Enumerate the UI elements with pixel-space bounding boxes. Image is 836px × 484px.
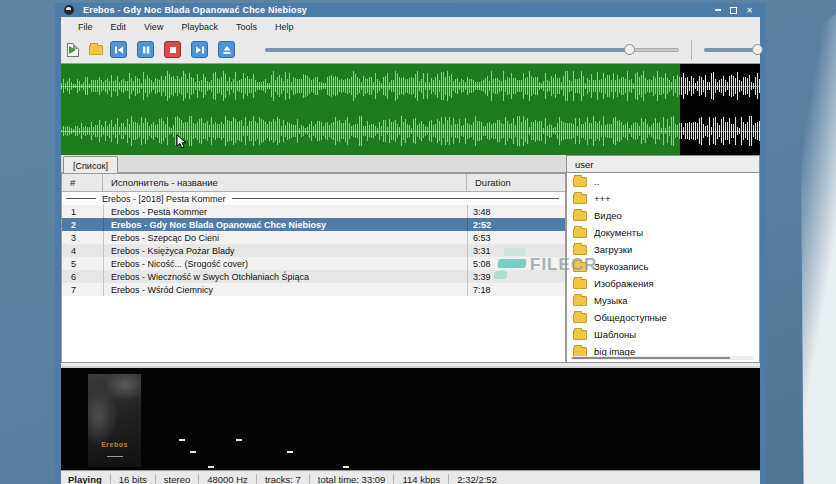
volume-slider[interactable] [704, 41, 762, 58]
folder-icon [573, 211, 587, 221]
album-group-row: Erebos - [2018] Pesta Kommer [62, 192, 565, 205]
folder-item[interactable]: .. [567, 173, 759, 190]
folder-icon [573, 245, 587, 255]
folder-item[interactable]: Звукозапись [567, 258, 759, 275]
close-button[interactable]: ✕ [745, 6, 754, 15]
track-title: Erebos - Szepcąc Do Cieni [103, 231, 467, 244]
folder-name: Документы [594, 227, 643, 238]
folder-item[interactable]: +++ [567, 190, 759, 207]
status-item: 2:32/2:52 [449, 474, 505, 484]
volume-handle[interactable] [752, 44, 763, 55]
track-number: 7 [62, 283, 103, 296]
menu-edit[interactable]: Edit [102, 20, 136, 34]
track-row[interactable]: 6 Erebos - Wieczność w Swych Otchłaniach… [62, 270, 565, 283]
menu-tools[interactable]: Tools [227, 20, 266, 34]
album-cover-title: Erebos [101, 441, 128, 448]
folder-item[interactable]: Общедоступные [567, 309, 759, 326]
folder-icon [573, 330, 587, 340]
seek-slider[interactable] [265, 41, 679, 58]
add-file-icon [67, 43, 79, 57]
spectrum-peak [190, 451, 196, 453]
menu-playback[interactable]: Playback [172, 20, 227, 34]
add-file-button[interactable] [64, 41, 81, 58]
playlist-header-row: # Исполнитель - название Duration [62, 174, 565, 192]
pause-button[interactable] [137, 41, 154, 58]
window-title: Erebos - Gdy Noc Blada Opanować Chce Nie… [83, 5, 307, 15]
stop-button[interactable] [164, 41, 181, 58]
folder-item[interactable]: Шаблоны [567, 326, 759, 343]
track-row[interactable]: 1 Erebos - Pesta Kommer 3:48 [62, 205, 565, 218]
folder-icon [573, 296, 587, 306]
track-title: Erebos - Księżyca Pożar Blady [103, 244, 467, 257]
folder-item[interactable]: Видео [567, 207, 759, 224]
folder-icon [573, 347, 587, 357]
track-title: Erebos - Nicość... (Srogość cover) [103, 257, 467, 270]
app-window: Erebos - Gdy Noc Blada Opanować Chce Nie… [55, 3, 766, 484]
playlist-panel: [Список] # Исполнитель - название Durati… [61, 155, 566, 363]
scrollbar-thumb[interactable] [572, 357, 730, 359]
track-row[interactable]: 5 Erebos - Nicość... (Srogość cover) 5:0… [62, 257, 565, 270]
file-browser-horizontal-scrollbar[interactable] [570, 356, 754, 360]
track-number: 2 [62, 218, 103, 231]
track-row[interactable]: 4 Erebos - Księżyca Pożar Blady 3:31 [62, 244, 565, 257]
menu-file[interactable]: File [69, 20, 102, 34]
column-header-artist-title[interactable]: Исполнитель - название [103, 174, 467, 191]
folder-item[interactable]: Документы [567, 224, 759, 241]
column-header-number[interactable]: # [62, 174, 103, 191]
track-number: 3 [62, 231, 103, 244]
folder-name: Видео [594, 210, 622, 221]
album-group-label: Erebos - [2018] Pesta Kommer [102, 194, 226, 204]
file-browser-panel: user .. +++ Видео Документы Загрузки Зву… [566, 155, 760, 363]
previous-track-button[interactable] [110, 41, 127, 58]
file-browser-header[interactable]: user [566, 155, 760, 173]
titlebar[interactable]: Erebos - Gdy Noc Blada Opanować Chce Nie… [55, 3, 766, 17]
app-icon [64, 5, 74, 15]
track-list: 1 Erebos - Pesta Kommer 3:48 2 Erebos - … [62, 205, 565, 296]
status-item: tracks: 7 [257, 474, 309, 484]
folder-item[interactable]: Музыка [567, 292, 759, 309]
folder-icon [573, 194, 587, 204]
track-row[interactable]: 2 Erebos - Gdy Noc Blada Opanować Chce N… [62, 218, 565, 231]
track-duration: 7:18 [467, 283, 565, 296]
seek-handle[interactable] [624, 44, 635, 55]
status-item: total time: 33:09 [310, 474, 394, 484]
folder-name: Шаблоны [594, 329, 636, 340]
folder-icon [573, 228, 587, 238]
spectrum-peak [208, 466, 214, 468]
menu-help[interactable]: Help [266, 20, 303, 34]
folder-icon [573, 177, 587, 187]
next-track-button[interactable] [191, 41, 208, 58]
eject-button[interactable] [218, 41, 235, 58]
status-item: Playing [68, 474, 110, 484]
column-header-duration[interactable]: Duration [467, 174, 565, 191]
stop-icon [167, 44, 179, 56]
track-number: 6 [62, 270, 103, 283]
track-row[interactable]: 3 Erebos - Szepcąc Do Cieni 6:53 [62, 231, 565, 244]
spectrum-peak [343, 466, 349, 468]
album-cover: Erebos [88, 374, 141, 467]
track-row[interactable]: 7 Erebos - Wśród Ciemnicy 7:18 [62, 283, 565, 296]
track-title: Erebos - Wśród Ciemnicy [103, 283, 467, 296]
folder-name: Изображения [594, 278, 654, 289]
minimize-button[interactable] [713, 6, 722, 15]
folder-item[interactable]: Загрузки [567, 241, 759, 258]
waveform-remaining-region [680, 64, 760, 155]
track-duration: 6:53 [467, 231, 565, 244]
waveform-display[interactable] [61, 63, 760, 155]
track-title: Erebos - Pesta Kommer [103, 205, 467, 218]
cover-art-panel: Erebos [61, 366, 760, 471]
track-number: 5 [62, 257, 103, 270]
spectrum-peak [179, 439, 185, 441]
add-folder-button[interactable] [87, 41, 104, 58]
folder-name: +++ [594, 193, 611, 204]
eject-icon [221, 44, 233, 56]
playlist-tab[interactable]: [Список] [63, 156, 118, 174]
playlist-table: # Исполнитель - название Duration Erebos… [61, 173, 566, 363]
status-item: 16 bits [111, 474, 155, 484]
maximize-button[interactable] [729, 6, 738, 15]
menu-view[interactable]: View [135, 20, 172, 34]
track-title: Erebos - Wieczność w Swych Otchłaniach Ś… [103, 270, 467, 283]
volume-fill [704, 48, 758, 52]
folder-item[interactable]: Изображения [567, 275, 759, 292]
folder-name: Звукозапись [594, 261, 649, 272]
